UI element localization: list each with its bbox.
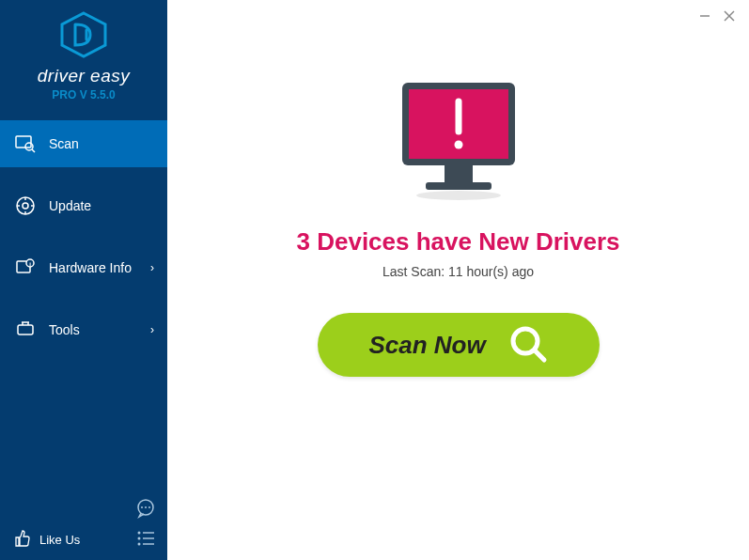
- tools-icon: [15, 319, 36, 340]
- svg-rect-16: [18, 325, 33, 334]
- svg-rect-4: [16, 136, 31, 148]
- monitor-alert-icon: [388, 75, 529, 210]
- logo-area: driver easy PRO V 5.5.0: [0, 0, 167, 109]
- chevron-right-icon: ›: [150, 261, 154, 274]
- like-us-button[interactable]: Like Us: [13, 529, 80, 551]
- svg-rect-33: [426, 182, 492, 190]
- sidebar-bottom: Like Us: [0, 520, 167, 560]
- magnify-icon: [508, 324, 548, 366]
- close-button[interactable]: [721, 8, 738, 24]
- svg-point-21: [141, 506, 143, 508]
- minimize-button[interactable]: [696, 8, 713, 24]
- svg-point-36: [454, 141, 462, 149]
- update-icon: [15, 195, 36, 216]
- chevron-right-icon: ›: [150, 323, 154, 336]
- scan-icon: [15, 133, 36, 154]
- svg-line-38: [535, 350, 544, 360]
- window-controls: [685, 0, 749, 32]
- svg-point-34: [416, 191, 501, 200]
- brand-name: driver easy: [0, 66, 167, 86]
- svg-line-6: [32, 149, 35, 152]
- feedback-icon[interactable]: [133, 496, 158, 521]
- status-headline: 3 Devices have New Drivers: [297, 227, 620, 257]
- hardware-info-icon: i: [15, 257, 36, 278]
- sidebar-item-label: Tools: [49, 322, 80, 337]
- thumbs-up-icon: [13, 529, 32, 551]
- sidebar-item-label: Update: [49, 198, 91, 213]
- svg-point-5: [25, 143, 33, 150]
- sidebar-item-tools[interactable]: Tools ›: [0, 306, 167, 353]
- svg-point-23: [148, 506, 150, 508]
- nav: Scan Update i Hardware Info › Tools ›: [0, 120, 167, 368]
- version-label: PRO V 5.5.0: [0, 88, 167, 101]
- main-content: 3 Devices have New Drivers Last Scan: 11…: [167, 0, 749, 560]
- svg-point-22: [145, 506, 147, 508]
- scan-now-label: Scan Now: [368, 331, 485, 360]
- svg-point-8: [23, 203, 28, 209]
- last-scan-text: Last Scan: 11 hour(s) ago: [382, 264, 534, 279]
- like-us-label: Like Us: [39, 533, 80, 547]
- sidebar-item-label: Scan: [49, 136, 79, 151]
- sidebar-item-scan[interactable]: Scan: [0, 120, 167, 167]
- sidebar: driver easy PRO V 5.5.0 Scan Update i Ha…: [0, 0, 167, 560]
- sidebar-item-hardware[interactable]: i Hardware Info ›: [0, 244, 167, 291]
- logo-icon: [0, 11, 167, 62]
- sidebar-item-label: Hardware Info: [49, 260, 132, 275]
- scan-now-button[interactable]: Scan Now: [318, 313, 600, 377]
- sidebar-item-update[interactable]: Update: [0, 182, 167, 229]
- svg-marker-3: [62, 13, 105, 56]
- svg-rect-32: [445, 165, 473, 182]
